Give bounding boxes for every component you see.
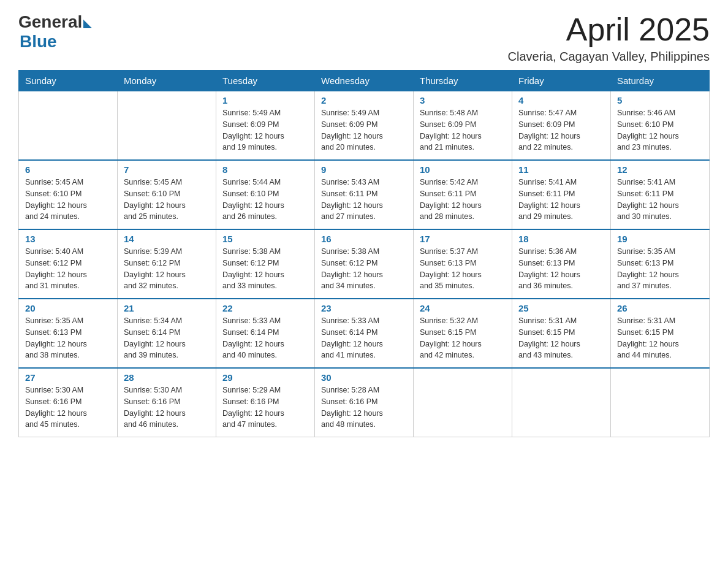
day-number: 10 bbox=[420, 164, 506, 175]
month-title: April 2025 bbox=[508, 12, 710, 47]
day-info: Sunrise: 5:32 AMSunset: 6:15 PMDaylight:… bbox=[420, 315, 506, 361]
calendar-cell: 2Sunrise: 5:49 AMSunset: 6:09 PMDaylight… bbox=[315, 91, 414, 161]
logo: General Blue bbox=[18, 12, 92, 52]
calendar-cell: 8Sunrise: 5:44 AMSunset: 6:10 PMDaylight… bbox=[216, 160, 315, 229]
day-number: 1 bbox=[222, 95, 308, 105]
day-info: Sunrise: 5:45 AMSunset: 6:10 PMDaylight:… bbox=[25, 177, 111, 223]
logo-arrow-icon bbox=[83, 20, 92, 28]
calendar-cell: 10Sunrise: 5:42 AMSunset: 6:11 PMDayligh… bbox=[414, 160, 512, 229]
day-info: Sunrise: 5:38 AMSunset: 6:12 PMDaylight:… bbox=[222, 246, 308, 292]
calendar-cell: 9Sunrise: 5:43 AMSunset: 6:11 PMDaylight… bbox=[315, 160, 414, 229]
calendar-cell: 11Sunrise: 5:41 AMSunset: 6:11 PMDayligh… bbox=[512, 160, 611, 229]
day-number: 14 bbox=[124, 234, 210, 244]
calendar-header-row: SundayMondayTuesdayWednesdayThursdayFrid… bbox=[19, 71, 710, 91]
day-number: 9 bbox=[321, 164, 407, 175]
calendar-cell: 27Sunrise: 5:30 AMSunset: 6:16 PMDayligh… bbox=[19, 368, 118, 437]
calendar-cell: 18Sunrise: 5:36 AMSunset: 6:13 PMDayligh… bbox=[512, 229, 611, 299]
day-number: 17 bbox=[420, 234, 506, 244]
calendar-cell: 20Sunrise: 5:35 AMSunset: 6:13 PMDayligh… bbox=[19, 299, 118, 368]
day-info: Sunrise: 5:49 AMSunset: 6:09 PMDaylight:… bbox=[321, 107, 407, 153]
calendar-cell bbox=[19, 91, 118, 161]
calendar-cell: 6Sunrise: 5:45 AMSunset: 6:10 PMDaylight… bbox=[19, 160, 118, 229]
day-info: Sunrise: 5:35 AMSunset: 6:13 PMDaylight:… bbox=[617, 246, 703, 292]
day-number: 2 bbox=[321, 95, 407, 105]
day-number: 8 bbox=[222, 164, 308, 175]
day-number: 3 bbox=[420, 95, 506, 105]
day-number: 26 bbox=[617, 303, 703, 313]
calendar-week-row: 6Sunrise: 5:45 AMSunset: 6:10 PMDaylight… bbox=[19, 160, 710, 229]
day-info: Sunrise: 5:41 AMSunset: 6:11 PMDaylight:… bbox=[518, 177, 604, 223]
day-info: Sunrise: 5:38 AMSunset: 6:12 PMDaylight:… bbox=[321, 246, 407, 292]
calendar-cell: 23Sunrise: 5:33 AMSunset: 6:14 PMDayligh… bbox=[315, 299, 414, 368]
day-number: 19 bbox=[617, 234, 703, 244]
calendar-week-row: 27Sunrise: 5:30 AMSunset: 6:16 PMDayligh… bbox=[19, 368, 710, 437]
calendar-cell: 22Sunrise: 5:33 AMSunset: 6:14 PMDayligh… bbox=[216, 299, 315, 368]
day-info: Sunrise: 5:30 AMSunset: 6:16 PMDaylight:… bbox=[25, 385, 111, 431]
day-number: 11 bbox=[518, 164, 604, 175]
day-info: Sunrise: 5:36 AMSunset: 6:13 PMDaylight:… bbox=[518, 246, 604, 292]
day-info: Sunrise: 5:39 AMSunset: 6:12 PMDaylight:… bbox=[124, 246, 210, 292]
day-info: Sunrise: 5:35 AMSunset: 6:13 PMDaylight:… bbox=[25, 315, 111, 361]
calendar-cell: 16Sunrise: 5:38 AMSunset: 6:12 PMDayligh… bbox=[315, 229, 414, 299]
calendar-cell: 5Sunrise: 5:46 AMSunset: 6:10 PMDaylight… bbox=[611, 91, 710, 161]
calendar-cell: 14Sunrise: 5:39 AMSunset: 6:12 PMDayligh… bbox=[118, 229, 216, 299]
weekday-header-saturday: Saturday bbox=[611, 71, 710, 91]
location-title: Claveria, Cagayan Valley, Philippines bbox=[508, 50, 710, 64]
weekday-header-sunday: Sunday bbox=[19, 71, 118, 91]
calendar-cell: 30Sunrise: 5:28 AMSunset: 6:16 PMDayligh… bbox=[315, 368, 414, 437]
day-number: 7 bbox=[124, 164, 210, 175]
calendar-cell: 7Sunrise: 5:45 AMSunset: 6:10 PMDaylight… bbox=[118, 160, 216, 229]
weekday-header-tuesday: Tuesday bbox=[216, 71, 315, 91]
weekday-header-monday: Monday bbox=[118, 71, 216, 91]
day-info: Sunrise: 5:46 AMSunset: 6:10 PMDaylight:… bbox=[617, 107, 703, 153]
day-info: Sunrise: 5:43 AMSunset: 6:11 PMDaylight:… bbox=[321, 177, 407, 223]
calendar-cell: 17Sunrise: 5:37 AMSunset: 6:13 PMDayligh… bbox=[414, 229, 512, 299]
day-info: Sunrise: 5:34 AMSunset: 6:14 PMDaylight:… bbox=[124, 315, 210, 361]
day-info: Sunrise: 5:41 AMSunset: 6:11 PMDaylight:… bbox=[617, 177, 703, 223]
day-info: Sunrise: 5:31 AMSunset: 6:15 PMDaylight:… bbox=[617, 315, 703, 361]
calendar-week-row: 13Sunrise: 5:40 AMSunset: 6:12 PMDayligh… bbox=[19, 229, 710, 299]
calendar-cell: 4Sunrise: 5:47 AMSunset: 6:09 PMDaylight… bbox=[512, 91, 611, 161]
day-number: 15 bbox=[222, 234, 308, 244]
calendar-cell bbox=[611, 368, 710, 437]
day-number: 18 bbox=[518, 234, 604, 244]
calendar-cell: 29Sunrise: 5:29 AMSunset: 6:16 PMDayligh… bbox=[216, 368, 315, 437]
calendar-cell: 13Sunrise: 5:40 AMSunset: 6:12 PMDayligh… bbox=[19, 229, 118, 299]
day-number: 27 bbox=[25, 372, 111, 383]
day-info: Sunrise: 5:42 AMSunset: 6:11 PMDaylight:… bbox=[420, 177, 506, 223]
day-number: 6 bbox=[25, 164, 111, 175]
day-number: 24 bbox=[420, 303, 506, 313]
calendar-cell bbox=[414, 368, 512, 437]
weekday-header-friday: Friday bbox=[512, 71, 611, 91]
page-header: General Blue April 2025 Claveria, Cagaya… bbox=[18, 12, 710, 64]
day-number: 29 bbox=[222, 372, 308, 383]
calendar-cell bbox=[118, 91, 216, 161]
calendar-week-row: 20Sunrise: 5:35 AMSunset: 6:13 PMDayligh… bbox=[19, 299, 710, 368]
calendar-cell: 15Sunrise: 5:38 AMSunset: 6:12 PMDayligh… bbox=[216, 229, 315, 299]
day-info: Sunrise: 5:47 AMSunset: 6:09 PMDaylight:… bbox=[518, 107, 604, 153]
day-number: 12 bbox=[617, 164, 703, 175]
day-info: Sunrise: 5:28 AMSunset: 6:16 PMDaylight:… bbox=[321, 385, 407, 431]
day-info: Sunrise: 5:37 AMSunset: 6:13 PMDaylight:… bbox=[420, 246, 506, 292]
calendar-cell: 12Sunrise: 5:41 AMSunset: 6:11 PMDayligh… bbox=[611, 160, 710, 229]
day-number: 23 bbox=[321, 303, 407, 313]
day-number: 25 bbox=[518, 303, 604, 313]
calendar-table: SundayMondayTuesdayWednesdayThursdayFrid… bbox=[18, 70, 710, 437]
logo-general-text: General bbox=[18, 12, 82, 32]
day-info: Sunrise: 5:48 AMSunset: 6:09 PMDaylight:… bbox=[420, 107, 506, 153]
calendar-week-row: 1Sunrise: 5:49 AMSunset: 6:09 PMDaylight… bbox=[19, 91, 710, 161]
day-number: 28 bbox=[124, 372, 210, 383]
weekday-header-wednesday: Wednesday bbox=[315, 71, 414, 91]
day-number: 22 bbox=[222, 303, 308, 313]
day-info: Sunrise: 5:44 AMSunset: 6:10 PMDaylight:… bbox=[222, 177, 308, 223]
weekday-header-thursday: Thursday bbox=[414, 71, 512, 91]
calendar-cell bbox=[512, 368, 611, 437]
day-number: 16 bbox=[321, 234, 407, 244]
calendar-cell: 21Sunrise: 5:34 AMSunset: 6:14 PMDayligh… bbox=[118, 299, 216, 368]
calendar-cell: 25Sunrise: 5:31 AMSunset: 6:15 PMDayligh… bbox=[512, 299, 611, 368]
day-info: Sunrise: 5:29 AMSunset: 6:16 PMDaylight:… bbox=[222, 385, 308, 431]
calendar-cell: 28Sunrise: 5:30 AMSunset: 6:16 PMDayligh… bbox=[118, 368, 216, 437]
title-section: April 2025 Claveria, Cagayan Valley, Phi… bbox=[508, 12, 710, 64]
day-number: 30 bbox=[321, 372, 407, 383]
calendar-cell: 1Sunrise: 5:49 AMSunset: 6:09 PMDaylight… bbox=[216, 91, 315, 161]
